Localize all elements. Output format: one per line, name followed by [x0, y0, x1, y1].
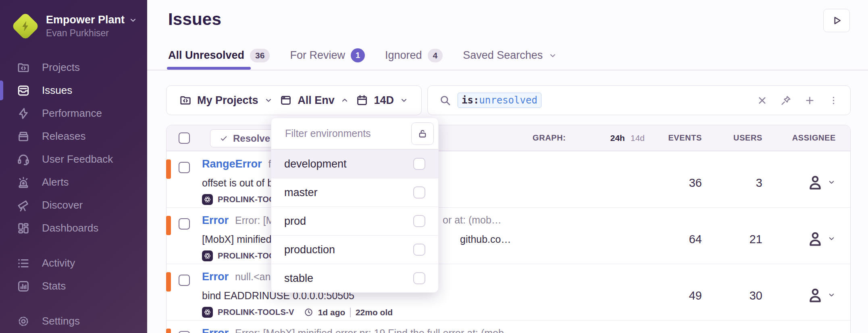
last-seen: 1d ago [318, 308, 346, 317]
project-filter-label: My Projects [197, 94, 258, 107]
issues-table-header: Resolve GRAPH: 24h 14d EVENTS USERS ASSI… [167, 125, 850, 151]
projects-icon [17, 61, 30, 74]
env-option-master[interactable]: master [271, 178, 438, 207]
sidebar-item-user-feedback[interactable]: User Feedback [0, 148, 147, 171]
tab-count-badge: 36 [250, 49, 270, 62]
atom-icon [204, 252, 211, 260]
environment-filter-input[interactable] [271, 128, 392, 139]
sidebar-item-label: Issues [42, 84, 72, 97]
env-option-production[interactable]: production [271, 235, 438, 264]
project-filter-button[interactable]: My Projects [179, 94, 273, 107]
active-tab-underline [167, 67, 251, 70]
unlock-filter-button[interactable] [411, 122, 434, 145]
tab-all-unresolved[interactable]: All Unresolved 36 [168, 49, 270, 62]
chevron-down-icon [264, 96, 273, 105]
sidebar-item-dashboards[interactable]: Dashboards [0, 217, 147, 240]
create-saved-search-icon[interactable] [804, 95, 815, 106]
row-checkbox[interactable] [179, 331, 190, 333]
graph-24h-toggle[interactable]: 24h [610, 133, 625, 143]
telescope-icon [17, 199, 30, 212]
issues-table: Resolve GRAPH: 24h 14d EVENTS USERS ASSI… [166, 125, 851, 333]
graph-14d-toggle[interactable]: 14d [631, 133, 645, 143]
issue-row[interactable]: RangeErrorfile offset is out of bo PROLI… [167, 151, 850, 207]
search-token-key: is: [462, 95, 479, 106]
issue-row[interactable]: ErrorError: [Mob or at: (mob… [MobX] min… [167, 207, 850, 264]
environment-filter-button[interactable]: All Env [280, 94, 349, 107]
row-checkbox[interactable] [179, 162, 190, 173]
sidebar-item-settings[interactable]: Settings [0, 310, 147, 333]
env-option-label: development [284, 158, 347, 170]
sidebar-item-activity[interactable]: Activity [0, 252, 147, 275]
env-checkbox[interactable] [413, 158, 425, 170]
project-name[interactable]: PROLINK-TOOLS-V [218, 308, 294, 317]
sidebar-item-issues[interactable]: Issues [0, 79, 147, 102]
issue-title-link[interactable]: Error [202, 271, 229, 283]
dashboards-icon [17, 222, 30, 235]
siren-icon [17, 176, 30, 189]
env-option-stable[interactable]: stable [271, 264, 438, 292]
tab-ignored[interactable]: Ignored 4 [385, 49, 443, 62]
issue-row[interactable]: ErrorError: [MobX] minified error nr: 19… [167, 320, 850, 333]
date-range-label: 14D [374, 94, 394, 107]
env-checkbox[interactable] [413, 244, 425, 256]
assignee-dropdown[interactable] [806, 281, 836, 304]
error-level-indicator [166, 272, 171, 292]
row-checkbox[interactable] [179, 218, 190, 230]
play-icon [831, 15, 842, 26]
sidebar-item-discover[interactable]: Discover [0, 194, 147, 217]
issue-subtitle: Error: [MobX] minified error nr: 19 Find… [235, 327, 514, 333]
column-users: USERS [733, 133, 762, 143]
tab-for-review[interactable]: For Review 1 [290, 48, 365, 62]
page-filter-bar: My Projects All Env 14D [166, 85, 422, 115]
project-avatar [202, 307, 213, 318]
events-count: 64 [689, 225, 702, 246]
replay-play-button[interactable] [823, 9, 850, 32]
lock-open-icon [417, 128, 428, 139]
chevron-up-icon [340, 96, 349, 105]
tab-label: For Review [290, 49, 345, 62]
error-level-indicator [166, 329, 171, 333]
sidebar: Empower Plant Evan Purkhiser Projects Is… [0, 0, 147, 333]
search-options-icon[interactable] [828, 95, 839, 106]
env-checkbox[interactable] [413, 215, 425, 227]
stats-icon [17, 280, 30, 293]
tab-count-badge: 4 [428, 49, 443, 62]
assignee-dropdown[interactable] [806, 224, 836, 248]
clear-search-icon[interactable] [757, 95, 768, 106]
issue-title-link[interactable]: Error [202, 327, 229, 333]
chevron-down-icon [400, 96, 408, 105]
issue-title-link[interactable]: RangeError [202, 158, 262, 170]
search-icon [439, 94, 451, 106]
environment-dropdown-panel: development master prod production stabl… [271, 118, 439, 293]
sidebar-item-alerts[interactable]: Alerts [0, 171, 147, 194]
sidebar-item-performance[interactable]: Performance [0, 102, 147, 125]
issue-title-link[interactable]: Error [202, 214, 229, 226]
person-icon [806, 230, 824, 248]
issue-search-bar[interactable]: is:unresolved [427, 85, 851, 115]
sidebar-item-releases[interactable]: Releases [0, 125, 147, 148]
env-checkbox[interactable] [413, 186, 425, 199]
search-token[interactable]: is:unresolved [458, 93, 541, 108]
sidebar-item-label: Alerts [42, 176, 69, 188]
users-count: 3 [756, 169, 762, 190]
issue-row[interactable]: Errornull.<anony bind EADDRINUSE 0.0.0.0… [167, 264, 850, 320]
select-all-checkbox[interactable] [179, 132, 190, 144]
releases-icon [17, 130, 30, 143]
tabs-divider [147, 70, 868, 70]
pin-search-icon[interactable] [781, 95, 791, 106]
row-checkbox[interactable] [179, 275, 190, 286]
tab-label: Ignored [385, 49, 422, 62]
column-graph: GRAPH: [533, 133, 566, 143]
project-avatar [202, 250, 213, 261]
resolve-button[interactable]: Resolve [210, 130, 279, 147]
sidebar-item-stats[interactable]: Stats [0, 275, 147, 298]
env-checkbox[interactable] [413, 272, 425, 284]
atom-icon [204, 308, 211, 316]
env-option-development[interactable]: development [271, 149, 438, 178]
env-option-prod[interactable]: prod [271, 207, 438, 235]
sidebar-item-projects[interactable]: Projects [0, 56, 147, 79]
date-range-filter-button[interactable]: 14D [356, 94, 408, 107]
org-switcher[interactable]: Empower Plant Evan Purkhiser [0, 0, 147, 38]
assignee-dropdown[interactable] [806, 168, 836, 191]
tab-saved-searches[interactable]: Saved Searches [463, 49, 557, 62]
